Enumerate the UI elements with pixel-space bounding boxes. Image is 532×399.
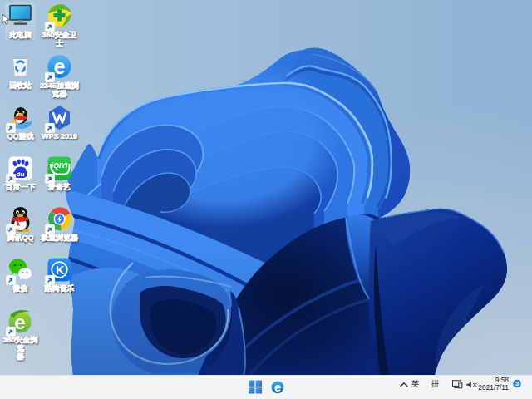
svg-text:du: du [17,170,25,178]
svg-text:3: 3 [515,380,519,387]
svg-text:拼: 拼 [431,379,440,388]
svg-text:2021/7/11: 2021/7/11 [478,383,509,392]
svg-text:K: K [56,264,64,277]
svg-text:英: 英 [411,379,420,388]
svg-text:e: e [54,55,66,78]
svg-text:e: e [274,381,281,394]
svg-text:iQIYI: iQIYI [52,161,68,170]
svg-text:e: e [14,311,25,333]
